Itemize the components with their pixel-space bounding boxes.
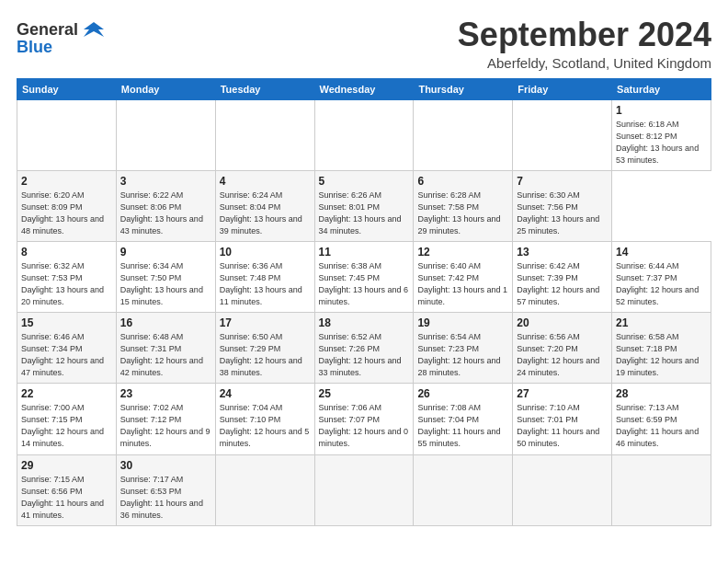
table-row: 24Sunrise: 7:04 AMSunset: 7:10 PMDayligh… [215, 384, 314, 454]
table-row: 18Sunrise: 6:52 AMSunset: 7:26 PMDayligh… [314, 313, 414, 384]
day-info: Sunrise: 6:36 AMSunset: 7:48 PMDaylight:… [220, 260, 311, 308]
day-info: Sunrise: 6:38 AMSunset: 7:45 PMDaylight:… [319, 260, 410, 308]
table-row: 22Sunrise: 7:00 AMSunset: 7:15 PMDayligh… [17, 384, 117, 454]
logo-bird-icon [84, 20, 104, 40]
col-sunday: Sunday [17, 78, 117, 99]
col-friday: Friday [513, 78, 612, 99]
table-row [116, 99, 215, 170]
day-number: 15 [21, 316, 112, 329]
col-saturday: Saturday [612, 78, 711, 99]
table-row: 13Sunrise: 6:42 AMSunset: 7:39 PMDayligh… [513, 241, 612, 312]
table-row: 11Sunrise: 6:38 AMSunset: 7:45 PMDayligh… [314, 241, 414, 312]
table-row: 20Sunrise: 6:56 AMSunset: 7:20 PMDayligh… [513, 313, 612, 384]
table-row [414, 454, 513, 525]
table-row: 26Sunrise: 7:08 AMSunset: 7:04 PMDayligh… [414, 384, 513, 454]
day-number: 6 [417, 175, 508, 188]
col-wednesday: Wednesday [314, 78, 414, 99]
calendar-week-row: 1Sunrise: 6:18 AMSunset: 8:12 PMDaylight… [17, 99, 711, 170]
day-number: 12 [417, 246, 508, 259]
day-number: 17 [220, 316, 311, 329]
day-info: Sunrise: 6:28 AMSunset: 7:58 PMDaylight:… [417, 190, 508, 237]
day-number: 27 [517, 387, 608, 400]
table-row: 1Sunrise: 6:18 AMSunset: 8:12 PMDaylight… [612, 99, 711, 170]
day-info: Sunrise: 7:17 AMSunset: 6:53 PMDaylight:… [120, 474, 211, 522]
day-number: 10 [220, 246, 311, 259]
day-number: 26 [417, 387, 508, 400]
logo-text-general: General [17, 20, 78, 39]
day-number: 24 [220, 387, 311, 400]
day-info: Sunrise: 6:42 AMSunset: 7:39 PMDaylight:… [517, 260, 608, 308]
day-info: Sunrise: 6:34 AMSunset: 7:50 PMDaylight:… [120, 260, 211, 308]
day-number: 28 [616, 387, 707, 400]
table-row [612, 454, 711, 525]
calendar-table: Sunday Monday Tuesday Wednesday Thursday… [17, 78, 711, 526]
svg-marker-0 [84, 22, 104, 37]
month-title: September 2024 [458, 17, 711, 53]
table-row: 4Sunrise: 6:24 AMSunset: 8:04 PMDaylight… [215, 170, 314, 241]
day-info: Sunrise: 6:30 AMSunset: 7:56 PMDaylight:… [517, 190, 608, 237]
day-number: 8 [21, 246, 112, 259]
logo-text-blue: Blue [17, 39, 104, 57]
table-row: 6Sunrise: 6:28 AMSunset: 7:58 PMDaylight… [414, 170, 513, 241]
table-row: 17Sunrise: 6:50 AMSunset: 7:29 PMDayligh… [215, 313, 314, 384]
table-row: 7Sunrise: 6:30 AMSunset: 7:56 PMDaylight… [513, 170, 612, 241]
table-row: 30Sunrise: 7:17 AMSunset: 6:53 PMDayligh… [116, 454, 215, 525]
day-number: 16 [120, 316, 211, 329]
table-row [17, 99, 117, 170]
table-row: 23Sunrise: 7:02 AMSunset: 7:12 PMDayligh… [116, 384, 215, 454]
day-info: Sunrise: 6:40 AMSunset: 7:42 PMDaylight:… [417, 260, 508, 308]
calendar-week-row: 2Sunrise: 6:20 AMSunset: 8:09 PMDaylight… [17, 170, 711, 241]
table-row: 5Sunrise: 6:26 AMSunset: 8:01 PMDaylight… [314, 170, 414, 241]
day-number: 29 [21, 459, 112, 472]
day-info: Sunrise: 6:26 AMSunset: 8:01 PMDaylight:… [319, 190, 410, 237]
calendar-week-row: 8Sunrise: 6:32 AMSunset: 7:53 PMDaylight… [17, 241, 711, 312]
day-number: 18 [319, 316, 410, 329]
logo: General Blue [17, 20, 104, 57]
day-number: 30 [120, 459, 211, 472]
day-info: Sunrise: 6:50 AMSunset: 7:29 PMDaylight:… [220, 331, 311, 379]
table-row: 15Sunrise: 6:46 AMSunset: 7:34 PMDayligh… [17, 313, 117, 384]
table-row [414, 99, 513, 170]
day-info: Sunrise: 7:10 AMSunset: 7:01 PMDaylight:… [517, 402, 608, 450]
day-info: Sunrise: 6:46 AMSunset: 7:34 PMDaylight:… [21, 331, 112, 379]
day-number: 25 [319, 387, 410, 400]
day-info: Sunrise: 6:48 AMSunset: 7:31 PMDaylight:… [120, 331, 211, 379]
calendar-page: General Blue September 2024 Aberfeldy, S… [0, 0, 728, 563]
table-row [314, 454, 414, 525]
table-row: 25Sunrise: 7:06 AMSunset: 7:07 PMDayligh… [314, 384, 414, 454]
day-number: 22 [21, 387, 112, 400]
day-info: Sunrise: 7:00 AMSunset: 7:15 PMDaylight:… [21, 402, 112, 450]
day-info: Sunrise: 7:04 AMSunset: 7:10 PMDaylight:… [220, 402, 311, 450]
day-info: Sunrise: 6:32 AMSunset: 7:53 PMDaylight:… [21, 260, 112, 308]
table-row [314, 99, 414, 170]
day-number: 11 [319, 246, 410, 259]
table-row: 10Sunrise: 6:36 AMSunset: 7:48 PMDayligh… [215, 241, 314, 312]
page-header: General Blue September 2024 Aberfeldy, S… [17, 17, 711, 71]
table-row [215, 99, 314, 170]
table-row: 14Sunrise: 6:44 AMSunset: 7:37 PMDayligh… [612, 241, 711, 312]
day-info: Sunrise: 7:15 AMSunset: 6:56 PMDaylight:… [21, 474, 112, 522]
day-number: 7 [517, 175, 608, 188]
table-row: 12Sunrise: 6:40 AMSunset: 7:42 PMDayligh… [414, 241, 513, 312]
col-tuesday: Tuesday [215, 78, 314, 99]
table-row: 19Sunrise: 6:54 AMSunset: 7:23 PMDayligh… [414, 313, 513, 384]
day-info: Sunrise: 7:02 AMSunset: 7:12 PMDaylight:… [120, 402, 211, 450]
day-info: Sunrise: 6:22 AMSunset: 8:06 PMDaylight:… [120, 190, 211, 237]
table-row [513, 99, 612, 170]
day-info: Sunrise: 6:58 AMSunset: 7:18 PMDaylight:… [616, 331, 707, 379]
calendar-header-row: Sunday Monday Tuesday Wednesday Thursday… [17, 78, 711, 99]
calendar-week-row: 29Sunrise: 7:15 AMSunset: 6:56 PMDayligh… [17, 454, 711, 525]
table-row: 8Sunrise: 6:32 AMSunset: 7:53 PMDaylight… [17, 241, 117, 312]
day-info: Sunrise: 6:24 AMSunset: 8:04 PMDaylight:… [220, 190, 311, 237]
col-thursday: Thursday [414, 78, 513, 99]
table-row: 29Sunrise: 7:15 AMSunset: 6:56 PMDayligh… [17, 454, 117, 525]
day-number: 14 [616, 246, 707, 259]
day-number: 9 [120, 246, 211, 259]
table-row [215, 454, 314, 525]
day-number: 4 [220, 175, 311, 188]
calendar-week-row: 22Sunrise: 7:00 AMSunset: 7:15 PMDayligh… [17, 384, 711, 454]
day-info: Sunrise: 6:18 AMSunset: 8:12 PMDaylight:… [616, 119, 707, 167]
day-number: 20 [517, 316, 608, 329]
day-info: Sunrise: 6:54 AMSunset: 7:23 PMDaylight:… [417, 331, 508, 379]
day-info: Sunrise: 6:44 AMSunset: 7:37 PMDaylight:… [616, 260, 707, 308]
